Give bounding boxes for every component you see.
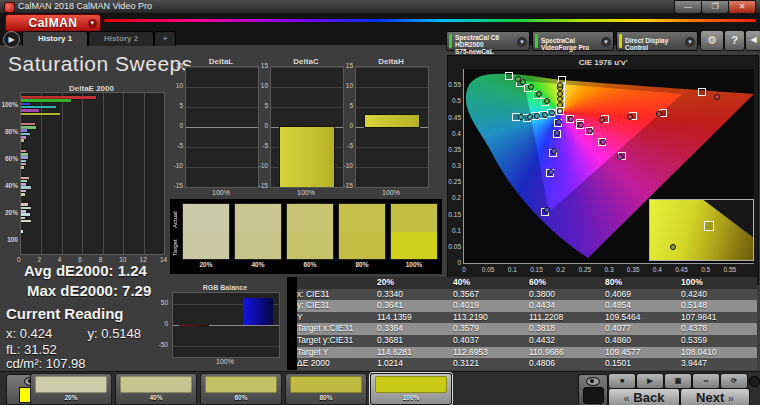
cie-x-tick: 0.05 bbox=[481, 266, 495, 273]
mini-y-tick: -5 bbox=[169, 142, 183, 149]
settings-button[interactable]: ⚙ bbox=[700, 30, 724, 51]
deltae-bar-blue bbox=[21, 129, 27, 132]
deltae-bar-blue bbox=[21, 103, 30, 106]
chart-deltac bbox=[270, 66, 344, 188]
minimize-button[interactable]: — bbox=[674, 0, 702, 14]
mini-y-tick: 15 bbox=[254, 62, 268, 69]
play-button[interactable]: ▶ bbox=[636, 373, 664, 389]
help-button[interactable]: ? bbox=[724, 30, 745, 51]
display-line1: Direct Display Control bbox=[625, 37, 685, 51]
table-col-header bbox=[297, 277, 377, 289]
cie-x-tick: 0.3 bbox=[602, 266, 616, 273]
swatch-label: 80% bbox=[339, 261, 385, 268]
table-cell: 0.3579 bbox=[453, 323, 529, 335]
next-button[interactable]: Next » bbox=[680, 388, 750, 405]
mini-y-tick: 5 bbox=[254, 102, 268, 109]
mini-gridline bbox=[271, 87, 343, 88]
link-button[interactable]: ∞ bbox=[692, 373, 720, 389]
source-status-bar bbox=[535, 34, 538, 48]
mini-y-tick: -15 bbox=[254, 182, 268, 189]
source-dropdown[interactable]: SpectraCal VideoForge Pro ▼ bbox=[532, 31, 614, 51]
tab-history-2[interactable]: History 2 bbox=[88, 31, 154, 46]
close-button[interactable]: ✕ bbox=[728, 0, 756, 14]
actual-row-label: Actual bbox=[172, 207, 178, 233]
calman-menu-button[interactable]: CalMAN ▼ bbox=[5, 14, 101, 32]
mini-gridline bbox=[186, 167, 258, 168]
avg-de2000-label: Avg dE2000: bbox=[24, 262, 113, 279]
deltae-gridline bbox=[103, 93, 104, 254]
swatch-label: 60% bbox=[287, 261, 333, 268]
table-cell: 0.3364 bbox=[377, 323, 453, 335]
deltae-group-label: 80% bbox=[0, 128, 18, 135]
deltae-bar-yellow bbox=[21, 166, 24, 169]
restore-button[interactable]: ❐ bbox=[701, 0, 729, 14]
rgb-balance-x-label: 100% bbox=[195, 358, 255, 365]
table-cell: 113.2190 bbox=[453, 312, 529, 324]
patch-label: 80% bbox=[286, 394, 366, 401]
mini-y-tick: 15 bbox=[339, 62, 353, 69]
cie-inset-out-of-gamut bbox=[650, 200, 753, 260]
table-cell: 0.4854 bbox=[605, 300, 681, 312]
deltae-bar-white bbox=[21, 230, 23, 233]
table-cell: 109.4577 bbox=[605, 347, 681, 359]
mini-x-label: 100% bbox=[276, 189, 336, 196]
display-dropdown[interactable]: Direct Display Control ▼ bbox=[616, 31, 698, 51]
frame-button[interactable]: ▣ bbox=[664, 373, 692, 389]
chevron-left-icon: ◀ bbox=[750, 35, 756, 44]
tab-+[interactable]: + bbox=[154, 31, 176, 46]
cie-y-tick: 0.35 bbox=[444, 146, 461, 153]
table-cell: 0.1501 bbox=[605, 358, 681, 370]
tab-history-1[interactable]: History 1 bbox=[22, 31, 88, 46]
swatch-actual bbox=[391, 204, 437, 232]
patch-button-20%[interactable]: 20% bbox=[30, 373, 112, 405]
deltae-group-label: 100% bbox=[0, 101, 18, 108]
patch-button-60%[interactable]: 60% bbox=[200, 373, 282, 405]
mini-y-tick: 15 bbox=[169, 62, 183, 69]
table-cell: 0.3641 bbox=[377, 300, 453, 312]
deltae-x-tick: 0 bbox=[17, 256, 21, 263]
deltae-bar-blue bbox=[21, 156, 28, 159]
table-col-header: 20% bbox=[377, 277, 453, 289]
cd-value: 107.98 bbox=[46, 356, 86, 371]
x-label: x: bbox=[6, 326, 16, 341]
table-row: x: CIE310.33400.35670.38000.40690.4240 bbox=[287, 289, 757, 301]
patch-chip bbox=[120, 376, 192, 393]
deltae-bar-green bbox=[21, 180, 27, 183]
rgb-balance-title: RGB Balance bbox=[172, 284, 278, 291]
table-cell: 0.4860 bbox=[605, 335, 681, 347]
table-cell: 0.3681 bbox=[377, 335, 453, 347]
fl-label: fL: bbox=[6, 342, 20, 357]
refresh-button[interactable]: ⟳ bbox=[720, 373, 748, 389]
swatch-target bbox=[391, 232, 437, 260]
deltae-chart bbox=[20, 92, 165, 255]
stop-button[interactable]: ■ bbox=[608, 373, 636, 389]
deltae-bar-blue bbox=[21, 210, 26, 213]
deltae-bar-red bbox=[21, 177, 29, 180]
display-preview-button[interactable] bbox=[578, 374, 608, 405]
deltae-bar-blue bbox=[21, 183, 26, 186]
cd-label: cd/m²: bbox=[6, 356, 42, 371]
collapse-panel-button[interactable]: ◀ bbox=[745, 30, 760, 51]
table-row-label: Target Y bbox=[297, 347, 377, 359]
patch-chip bbox=[35, 376, 107, 393]
meter-dropdown[interactable]: SpectraCal C6 HDR2000 S75-newCaL ▼ bbox=[446, 31, 530, 51]
mini-bar-deltah bbox=[365, 115, 420, 127]
x-value: 0.424 bbox=[20, 326, 53, 341]
black-preview-swatch bbox=[583, 387, 604, 404]
table-col-header: 60% bbox=[529, 277, 605, 289]
patch-button-80%[interactable]: 80% bbox=[285, 373, 367, 405]
y-label: y: bbox=[88, 326, 98, 341]
table-lead bbox=[287, 277, 297, 289]
patch-button-40%[interactable]: 40% bbox=[115, 373, 197, 405]
mini-y-tick: 5 bbox=[169, 102, 183, 109]
table-row: ΔE 20001.02140.31210.48060.15013.9447 bbox=[287, 358, 757, 370]
display-status-bar bbox=[619, 34, 622, 48]
patch-chip bbox=[375, 376, 447, 393]
patch-button-100%[interactable]: 100% bbox=[370, 373, 452, 405]
mini-y-tick: -15 bbox=[339, 182, 353, 189]
deltae-group-label: 60% bbox=[0, 155, 18, 162]
back-button[interactable]: « Back bbox=[608, 388, 680, 405]
swatch-target bbox=[183, 232, 229, 260]
workflow-menu-button[interactable]: ▶ bbox=[3, 31, 20, 48]
table-cell: 0.4077 bbox=[605, 323, 681, 335]
